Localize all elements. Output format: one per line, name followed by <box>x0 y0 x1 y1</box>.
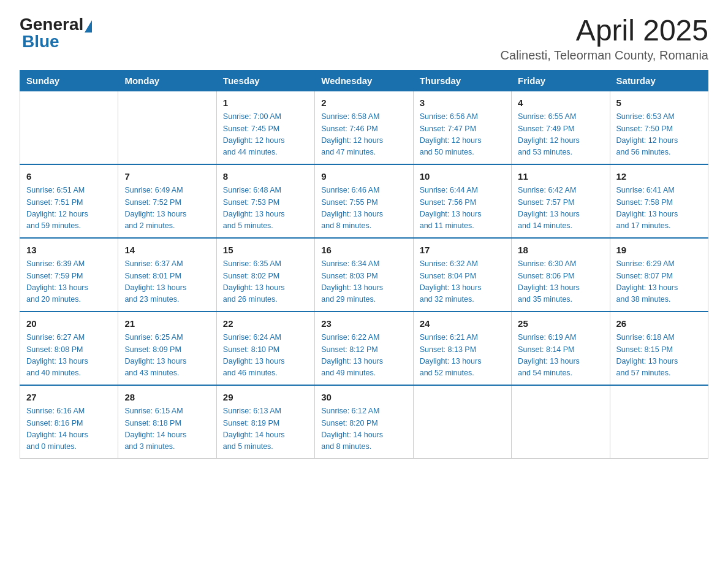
page-title: April 2025 <box>501 15 708 47</box>
calendar-day-cell: 1Sunrise: 7:00 AMSunset: 7:45 PMDaylight… <box>216 91 314 164</box>
day-number: 28 <box>124 391 210 405</box>
day-info: Sunrise: 6:21 AMSunset: 8:13 PMDaylight:… <box>420 332 505 380</box>
day-number: 30 <box>321 391 406 405</box>
calendar-day-cell: 27Sunrise: 6:16 AMSunset: 8:16 PMDayligh… <box>20 385 118 459</box>
logo-blue-text: Blue <box>22 32 59 52</box>
day-info: Sunrise: 6:18 AMSunset: 8:15 PMDaylight:… <box>616 332 702 380</box>
day-number: 29 <box>223 391 308 405</box>
calendar-day-header: Friday <box>512 70 610 91</box>
day-number: 19 <box>616 243 702 258</box>
calendar-day-cell <box>118 91 216 164</box>
calendar-week-row: 6Sunrise: 6:51 AMSunset: 7:51 PMDaylight… <box>20 164 708 238</box>
day-number: 4 <box>518 96 603 110</box>
day-number: 27 <box>26 391 112 405</box>
page-header: General Blue April 2025 Calinesti, Teleo… <box>20 15 708 63</box>
day-info: Sunrise: 6:51 AMSunset: 7:51 PMDaylight:… <box>26 185 112 232</box>
day-info: Sunrise: 7:00 AMSunset: 7:45 PMDaylight:… <box>223 111 308 159</box>
day-number: 11 <box>518 170 603 184</box>
calendar-day-cell <box>413 385 511 459</box>
day-info: Sunrise: 6:16 AMSunset: 8:16 PMDaylight:… <box>26 405 112 453</box>
calendar-day-cell <box>20 91 118 164</box>
day-number: 20 <box>26 317 112 331</box>
calendar-day-header: Thursday <box>413 70 511 91</box>
day-number: 18 <box>518 243 603 258</box>
calendar-day-cell: 17Sunrise: 6:32 AMSunset: 8:04 PMDayligh… <box>413 238 511 312</box>
day-number: 6 <box>26 170 112 184</box>
calendar-day-cell: 29Sunrise: 6:13 AMSunset: 8:19 PMDayligh… <box>216 385 314 459</box>
day-number: 1 <box>223 96 308 110</box>
day-number: 24 <box>420 317 505 331</box>
title-block: April 2025 Calinesti, Teleorman County, … <box>501 15 708 63</box>
calendar-day-cell: 10Sunrise: 6:44 AMSunset: 7:56 PMDayligh… <box>413 164 511 238</box>
calendar-week-row: 27Sunrise: 6:16 AMSunset: 8:16 PMDayligh… <box>20 385 708 459</box>
day-number: 26 <box>616 317 702 331</box>
calendar-day-cell: 7Sunrise: 6:49 AMSunset: 7:52 PMDaylight… <box>118 164 216 238</box>
day-info: Sunrise: 6:22 AMSunset: 8:12 PMDaylight:… <box>321 332 406 380</box>
day-number: 5 <box>616 96 702 110</box>
day-info: Sunrise: 6:49 AMSunset: 7:52 PMDaylight:… <box>124 185 210 232</box>
calendar-day-cell: 2Sunrise: 6:58 AMSunset: 7:46 PMDaylight… <box>315 91 413 164</box>
calendar-day-cell: 11Sunrise: 6:42 AMSunset: 7:57 PMDayligh… <box>512 164 610 238</box>
calendar-day-header: Tuesday <box>216 70 314 91</box>
calendar-header-row: SundayMondayTuesdayWednesdayThursdayFrid… <box>20 70 708 91</box>
day-info: Sunrise: 6:42 AMSunset: 7:57 PMDaylight:… <box>518 185 603 232</box>
calendar-day-header: Wednesday <box>315 70 413 91</box>
calendar-day-header: Sunday <box>20 70 118 91</box>
day-number: 3 <box>420 96 505 110</box>
day-number: 17 <box>420 243 505 258</box>
calendar-day-cell: 21Sunrise: 6:25 AMSunset: 8:09 PMDayligh… <box>118 312 216 385</box>
calendar-day-cell: 19Sunrise: 6:29 AMSunset: 8:07 PMDayligh… <box>610 238 708 312</box>
day-info: Sunrise: 6:32 AMSunset: 8:04 PMDaylight:… <box>420 258 505 306</box>
day-info: Sunrise: 6:39 AMSunset: 7:59 PMDaylight:… <box>26 258 112 306</box>
day-info: Sunrise: 6:58 AMSunset: 7:46 PMDaylight:… <box>321 111 406 159</box>
day-number: 10 <box>420 170 505 184</box>
day-info: Sunrise: 6:29 AMSunset: 8:07 PMDaylight:… <box>616 258 702 306</box>
calendar-day-cell: 22Sunrise: 6:24 AMSunset: 8:10 PMDayligh… <box>216 312 314 385</box>
calendar-week-row: 13Sunrise: 6:39 AMSunset: 7:59 PMDayligh… <box>20 238 708 312</box>
calendar-day-cell: 12Sunrise: 6:41 AMSunset: 7:58 PMDayligh… <box>610 164 708 238</box>
calendar-day-cell: 15Sunrise: 6:35 AMSunset: 8:02 PMDayligh… <box>216 238 314 312</box>
calendar-week-row: 1Sunrise: 7:00 AMSunset: 7:45 PMDaylight… <box>20 91 708 164</box>
day-number: 7 <box>124 170 210 184</box>
calendar-day-header: Monday <box>118 70 216 91</box>
calendar-day-header: Saturday <box>610 70 708 91</box>
calendar-day-cell: 5Sunrise: 6:53 AMSunset: 7:50 PMDaylight… <box>610 91 708 164</box>
calendar-day-cell: 9Sunrise: 6:46 AMSunset: 7:55 PMDaylight… <box>315 164 413 238</box>
day-info: Sunrise: 6:25 AMSunset: 8:09 PMDaylight:… <box>124 332 210 380</box>
day-number: 14 <box>124 243 210 258</box>
day-info: Sunrise: 6:48 AMSunset: 7:53 PMDaylight:… <box>223 185 308 232</box>
calendar-day-cell: 20Sunrise: 6:27 AMSunset: 8:08 PMDayligh… <box>20 312 118 385</box>
day-number: 9 <box>321 170 406 184</box>
calendar-day-cell: 23Sunrise: 6:22 AMSunset: 8:12 PMDayligh… <box>315 312 413 385</box>
calendar-day-cell: 24Sunrise: 6:21 AMSunset: 8:13 PMDayligh… <box>413 312 511 385</box>
day-info: Sunrise: 6:19 AMSunset: 8:14 PMDaylight:… <box>518 332 603 380</box>
day-number: 2 <box>321 96 406 110</box>
day-number: 13 <box>26 243 112 258</box>
day-info: Sunrise: 6:27 AMSunset: 8:08 PMDaylight:… <box>26 332 112 380</box>
calendar-day-cell: 8Sunrise: 6:48 AMSunset: 7:53 PMDaylight… <box>216 164 314 238</box>
calendar-day-cell <box>610 385 708 459</box>
day-info: Sunrise: 6:34 AMSunset: 8:03 PMDaylight:… <box>321 258 406 306</box>
logo: General Blue <box>20 15 92 52</box>
day-number: 15 <box>223 243 308 258</box>
day-info: Sunrise: 6:55 AMSunset: 7:49 PMDaylight:… <box>518 111 603 159</box>
calendar-day-cell: 6Sunrise: 6:51 AMSunset: 7:51 PMDaylight… <box>20 164 118 238</box>
calendar-table: SundayMondayTuesdayWednesdayThursdayFrid… <box>20 70 708 459</box>
day-number: 23 <box>321 317 406 331</box>
day-number: 22 <box>223 317 308 331</box>
page-subtitle: Calinesti, Teleorman County, Romania <box>501 48 708 63</box>
day-number: 21 <box>124 317 210 331</box>
day-info: Sunrise: 6:13 AMSunset: 8:19 PMDaylight:… <box>223 405 308 453</box>
calendar-day-cell: 14Sunrise: 6:37 AMSunset: 8:01 PMDayligh… <box>118 238 216 312</box>
day-info: Sunrise: 6:46 AMSunset: 7:55 PMDaylight:… <box>321 185 406 232</box>
calendar-day-cell: 26Sunrise: 6:18 AMSunset: 8:15 PMDayligh… <box>610 312 708 385</box>
calendar-day-cell: 28Sunrise: 6:15 AMSunset: 8:18 PMDayligh… <box>118 385 216 459</box>
calendar-day-cell: 13Sunrise: 6:39 AMSunset: 7:59 PMDayligh… <box>20 238 118 312</box>
calendar-day-cell <box>512 385 610 459</box>
calendar-day-cell: 18Sunrise: 6:30 AMSunset: 8:06 PMDayligh… <box>512 238 610 312</box>
day-info: Sunrise: 6:37 AMSunset: 8:01 PMDaylight:… <box>124 258 210 306</box>
day-info: Sunrise: 6:30 AMSunset: 8:06 PMDaylight:… <box>518 258 603 306</box>
day-info: Sunrise: 6:24 AMSunset: 8:10 PMDaylight:… <box>223 332 308 380</box>
day-number: 16 <box>321 243 406 258</box>
calendar-day-cell: 16Sunrise: 6:34 AMSunset: 8:03 PMDayligh… <box>315 238 413 312</box>
